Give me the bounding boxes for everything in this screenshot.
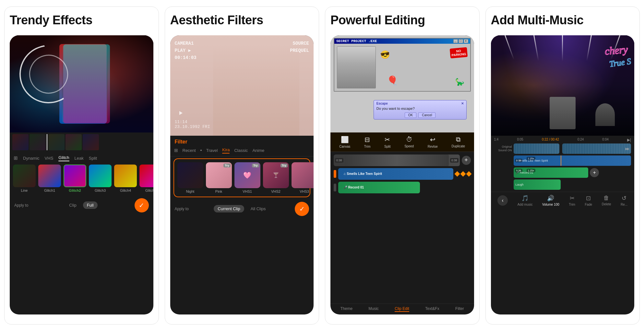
add-track-button[interactable]: + [462, 156, 471, 165]
fade-button[interactable]: ⊡ Fade [585, 195, 592, 206]
add-multi-music-mockup: chery True S 1:4 0:05 0:22 / 00:42 0:24 … [491, 35, 635, 314]
laugh-label: Laugh [514, 183, 526, 186]
retro-titlebar: SECRET PROJECT .EXE _ □ ✕ [334, 39, 470, 44]
timecodes: 1:4 0:05 0:22 / 00:42 0:24 0:04 ▶| [494, 138, 631, 143]
apply-clip[interactable]: Clip [65, 201, 80, 209]
music-track[interactable]: ♫ Smells Like Teen Spirit [338, 168, 453, 180]
aesthetic-filters-card: Aesthetic Filters CAMERA1 PLAY ▶ 00:14:0… [165, 6, 319, 325]
dialog-ok[interactable]: OK [405, 112, 416, 118]
effect-glitch5[interactable]: Glitch5 [139, 165, 153, 192]
add-track-button[interactable]: + [590, 168, 599, 177]
filter-vhs3[interactable]: VHS3 [292, 162, 314, 193]
tab-filter[interactable]: Filter [455, 306, 464, 312]
trim-button[interactable]: ✂ Trim [569, 195, 575, 206]
original-sound-track2[interactable]: ⏭ [562, 143, 631, 154]
filter-vhs1[interactable]: 🩷 Try VHS1 [234, 162, 260, 193]
add-multi-music-card: Add Multi-Music chery True S [485, 6, 640, 325]
neon-text-1: chery [604, 44, 628, 56]
effects-tab-vhs[interactable]: VHS [45, 156, 54, 161]
tab-theme[interactable]: Theme [340, 306, 352, 312]
retro-dialog: Escape ✕ Do you want to escape? OK Cance… [374, 100, 467, 120]
trendy-effects-mockup: ⊞ Dynamic VHS Glitch Leak Split [10, 35, 153, 314]
filter-preview: CAMERA1 PLAY ▶ 00:14:03 SOURCE PREQUEL 1… [170, 35, 314, 136]
effects-tab-split[interactable]: Split [89, 156, 97, 161]
trendy-effects-card: Trendy Effects ⊞ [4, 6, 159, 325]
trendy-effects-title: Trendy Effects [10, 13, 92, 28]
dialog-cancel[interactable]: Cancel [418, 112, 435, 118]
vhs-text-right: SOURCE PREQUEL [290, 40, 309, 54]
delete-button[interactable]: 🗑 Delete [602, 195, 611, 206]
more-button[interactable]: ↺ Re... [621, 195, 627, 206]
back-button[interactable]: ‹ [497, 195, 508, 206]
toolbar-canvas[interactable]: ⬜ Canvas [339, 136, 350, 148]
music-timeline: 1:4 0:05 0:22 / 00:42 0:24 0:04 ▶| Origi… [491, 136, 635, 192]
vhs-text-left: CAMERA1 PLAY ▶ 00:14:03 [175, 40, 197, 62]
tab-music[interactable]: Music [368, 306, 378, 312]
effect-glitch3[interactable]: Glitch3 [89, 165, 112, 192]
spirit-track[interactable]: ♫ Smells Like Teen Spirit 0:38 1.25x [514, 155, 631, 166]
filter-tab-kira[interactable]: Kira [222, 147, 230, 154]
glitch-preview [10, 35, 153, 132]
effect-glitch4[interactable]: Glitch4 [114, 165, 137, 192]
toolbar-revrse[interactable]: ↩ Revtse [428, 136, 438, 148]
filter-pink[interactable]: Try Pink [206, 162, 232, 193]
aesthetic-filters-mockup: CAMERA1 PLAY ▶ 00:14:03 SOURCE PREQUEL 1… [170, 35, 314, 314]
editing-toolbar: ⬜ Canvas ⊟ Trim ✂ Split ⏱ Speed ↩ Revt [330, 132, 474, 152]
filter-apply-current[interactable]: Current Clip [214, 205, 244, 212]
music-preview: chery True S [491, 35, 635, 136]
retro-window: SECRET PROJECT .EXE _ □ ✕ 😎 [334, 38, 471, 92]
toolbar-speed[interactable]: ⏱ Speed [404, 136, 414, 148]
filter-confirm-button[interactable]: ✓ [295, 202, 309, 216]
laugh-track[interactable]: Laugh [514, 179, 561, 190]
effect-line[interactable]: Line [13, 165, 36, 192]
music-bottom-bar: ‹ 🎵 Add music 🔊 Volume 100 ✂ Trim ⊡ Fade [491, 192, 635, 209]
filter-grid: Night Try Pink 🩷 Try V [173, 158, 311, 197]
tab-text-fx[interactable]: Text&Fx [425, 306, 439, 312]
filter-tab-travel[interactable]: Travel [206, 148, 218, 153]
apply-row: Apply to Clip Full ✓ [10, 196, 153, 216]
effects-tab-glitch[interactable]: Glitch [58, 155, 69, 161]
toolbar-split[interactable]: ✂ Split [384, 136, 390, 148]
powerful-editing-card: Powerful Editing SECRET PROJECT .EXE _ □… [325, 6, 480, 325]
powerful-editing-mockup: SECRET PROJECT .EXE _ □ ✕ 😎 [330, 35, 474, 314]
effects-tab-dynamic[interactable]: Dynamic [23, 156, 40, 161]
add-music-button[interactable]: 🎵 Add music [518, 195, 533, 206]
effects-tab-leak[interactable]: Leak [75, 156, 84, 161]
effect-glitch2[interactable]: Glitch2 [64, 165, 86, 192]
tab-clip-edit[interactable]: Clip Edit [395, 306, 409, 312]
toolbar-duplicate[interactable]: ⧉ Duplicate [451, 136, 465, 148]
filter-apply-all[interactable]: All Clips [247, 205, 270, 212]
filter-section-label: Filter [170, 136, 314, 146]
filter-apply-row: Apply to Current Clip All Clips ✓ [170, 199, 314, 219]
bottom-tabs: Theme Music Clip Edit Text&Fx Filter [330, 303, 474, 314]
record-track[interactable]: 🎤 Record 01 [338, 182, 420, 193]
record-track[interactable]: 🎤 Record 01 0:38 1.25x [514, 167, 589, 178]
apply-full[interactable]: Full [83, 201, 98, 209]
confirm-button[interactable]: ✓ [135, 198, 149, 212]
editing-preview: SECRET PROJECT .EXE _ □ ✕ 😎 [330, 35, 474, 132]
filter-night[interactable]: Night [177, 162, 203, 193]
add-multi-music-title: Add Multi-Music [491, 13, 584, 28]
filter-tab-anime[interactable]: Anime [252, 148, 264, 153]
filter-tab-recent[interactable]: Recent [183, 148, 196, 153]
features-grid: Trendy Effects ⊞ [4, 6, 640, 325]
filter-vhs2[interactable]: 🍸 Try VHS2 [263, 162, 289, 193]
filter-tabs: ⊞ Recent Travel Kira Classic Anime [170, 146, 314, 156]
effects-tabs: ⊞ Dynamic VHS Glitch Leak Split [10, 152, 153, 163]
effects-list: Line Glitch1 Glitch2 Glitch3 Glitch4 [10, 163, 153, 196]
filter-tab-classic[interactable]: Classic [234, 148, 248, 153]
powerful-editing-title: Powerful Editing [330, 13, 425, 28]
effect-glitch1[interactable]: Glitch1 [38, 165, 61, 192]
aesthetic-filters-title: Aesthetic Filters [170, 13, 263, 28]
vhs-text-bottom: 11:14 23.10.1992 FRI [175, 120, 210, 129]
volume-button[interactable]: 🔊 Volume 100 [542, 195, 559, 206]
video-track[interactable]: 0:38 0:38 [334, 154, 460, 166]
toolbar-trim[interactable]: ⊟ Trim [364, 136, 371, 148]
editing-timeline: 0:38 0:38 + ♫ Smells Like Teen Spirit [330, 152, 474, 196]
timeline-strip[interactable] [10, 132, 153, 152]
original-sound-track[interactable] [514, 143, 559, 154]
